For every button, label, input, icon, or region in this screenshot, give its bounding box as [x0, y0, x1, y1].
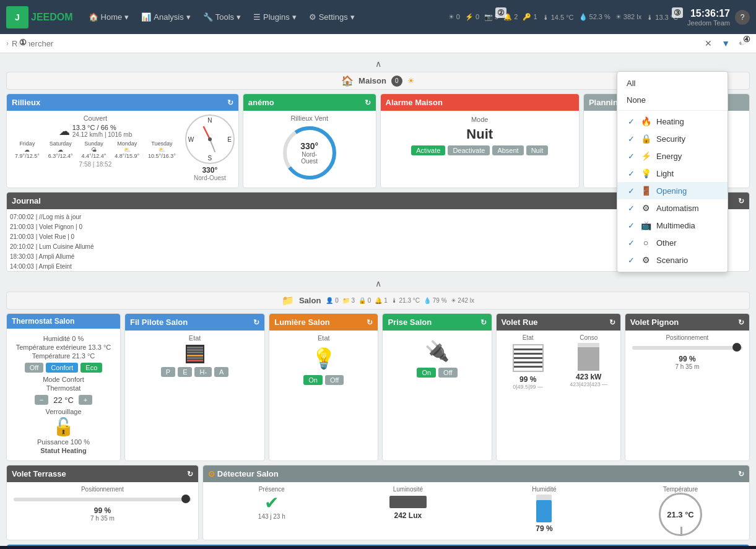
lumiere-body: Etat 💡 On Off: [269, 331, 378, 389]
weather-wind: 24.12 km/h | 1016 mb: [72, 131, 133, 138]
filter-opening[interactable]: ✓ 🚪 Opening: [617, 182, 728, 199]
lumiere-off-button[interactable]: Off: [325, 375, 344, 385]
anemo-refresh-icon[interactable]: ↻: [365, 98, 371, 107]
nuit-button[interactable]: Nuit: [526, 145, 549, 155]
prise-on-button[interactable]: On: [417, 368, 436, 378]
alarme-panel: Alarme Maison Mode Nuit Activate Deactiv…: [380, 93, 580, 188]
status-lux: ☀ 382 lx: [615, 13, 641, 21]
annotation-1: ①: [17, 37, 28, 48]
automatism-check-icon: ✓: [627, 204, 635, 213]
alarme-buttons: Activate Deactivate Absent Nuit: [386, 145, 574, 155]
maison-title: Maison: [358, 76, 386, 85]
filter-scenario[interactable]: ✓ ⚙ Scenario: [617, 251, 728, 269]
activate-button[interactable]: Activate: [411, 145, 445, 155]
compass-arrow: [191, 121, 228, 158]
status-bolt: ⚡ 0: [465, 13, 479, 21]
lumiere-refresh-icon[interactable]: ↻: [367, 318, 373, 327]
lumiere-on-button[interactable]: On: [303, 375, 323, 385]
filter-none[interactable]: None: [617, 92, 728, 108]
opening-icon: 🚪: [640, 186, 651, 196]
filter-energy[interactable]: ✓ ⚡ Energy: [617, 147, 728, 165]
volet-pignon-thumb: [732, 343, 741, 352]
filter-multimedia[interactable]: ✓ 📺 Multimedia: [617, 217, 728, 234]
thermostat-minus-button[interactable]: −: [35, 395, 48, 405]
filter-energy-label: Energy: [656, 152, 682, 161]
absent-button[interactable]: Absent: [492, 145, 523, 155]
thermostat-eco-button[interactable]: Eco: [80, 363, 102, 373]
prise-off-button[interactable]: Off: [438, 368, 457, 378]
security-check-icon: ✓: [627, 134, 635, 144]
meteo-body: Couvert ☁ 13.3 °C / 66 % 24.12 km/h | 10…: [7, 111, 238, 185]
volet-pignon-slider[interactable]: [632, 346, 742, 350]
volet-rue-conso-detail: 423|423|423 —: [561, 381, 617, 387]
volet-rue-visual: [513, 344, 544, 372]
nav-home[interactable]: 🏠 Home ▾: [82, 9, 136, 25]
weather-temp: 13.3 °C / 66 %: [72, 124, 133, 131]
help-button[interactable]: ?: [735, 10, 750, 25]
salon-collapse-toggle[interactable]: ∧: [6, 275, 750, 292]
thermostat-confort-button[interactable]: Confort: [46, 363, 78, 373]
scenario-icon: ⚙: [640, 255, 651, 265]
thermostat-lock-label: Verrouillage: [12, 408, 115, 415]
anemo-header: anémo ↻: [243, 94, 376, 111]
filter-other[interactable]: ✓ ○ Other: [617, 234, 728, 251]
volet-terrasse-pos-label: Positionnement: [11, 486, 194, 493]
filter-light[interactable]: ✓ 💡 Light: [617, 165, 728, 182]
other-check-icon: ✓: [627, 238, 635, 248]
volet-pignon-refresh-icon[interactable]: ↻: [738, 318, 744, 327]
fil-btn-4[interactable]: A: [214, 367, 228, 377]
search-clear-button[interactable]: ✕: [702, 37, 715, 50]
nav-tools[interactable]: 🔧 Tools ▾: [197, 9, 247, 25]
filter-opening-label: Opening: [656, 186, 687, 196]
detecteur-body: Présence ✔ 143 j 23 h Luminosité 242 Lux: [203, 482, 749, 540]
volet-rue-title: Volet Rue: [502, 318, 609, 327]
compass-south: S: [208, 155, 212, 162]
volet-terrasse-time: 7 h 35 m: [11, 515, 194, 522]
filter-button[interactable]: ▼: [718, 37, 733, 50]
filter-automatism[interactable]: ✓ ⚙ Automatism: [617, 199, 728, 217]
thermostat-off-button[interactable]: Off: [25, 363, 43, 373]
prise-refresh-icon[interactable]: ↻: [480, 318, 487, 327]
meteo-refresh-icon[interactable]: ↻: [227, 98, 233, 107]
volet-rue-refresh-icon[interactable]: ↻: [609, 318, 615, 327]
fil-pilote-title: Fil Pilote Salon: [130, 318, 253, 327]
humidity-fill: [536, 500, 552, 522]
volet-terrasse-slider[interactable]: [14, 498, 191, 501]
fil-btn-2[interactable]: E: [178, 367, 192, 377]
thermostat-plus-button[interactable]: +: [79, 395, 92, 405]
salon-icon: 📁: [282, 295, 294, 306]
anemo-gauge: 330° Nord-Ouest: [282, 125, 337, 181]
volet-rue-header: Volet Rue ↻: [497, 314, 620, 331]
meteo-header: Rillieux ↻: [7, 94, 238, 111]
search-input[interactable]: [12, 39, 698, 48]
thermostat-humidity: Humidité 0 %: [12, 335, 115, 342]
filter-heating[interactable]: ✓ 🔥 Heating: [617, 113, 728, 130]
fil-btn-3[interactable]: H-: [194, 367, 212, 377]
deactivate-button[interactable]: Deactivate: [448, 145, 490, 155]
journal-refresh-icon[interactable]: ↻: [738, 197, 744, 205]
volet-terrasse-refresh-icon[interactable]: ↻: [187, 470, 193, 478]
nav-plugins[interactable]: ☰ Plugins ▾: [247, 9, 303, 25]
nav-analysis[interactable]: 📊 Analysis ▾: [135, 9, 196, 25]
filter-heating-label: Heating: [656, 117, 684, 126]
nav-settings[interactable]: ⚙ Settings ▾: [303, 9, 361, 25]
anemo-degrees: 330°: [295, 141, 323, 151]
detecteur-refresh-icon[interactable]: ↻: [738, 470, 744, 478]
filter-security[interactable]: ✓ 🔒 Security: [617, 130, 728, 147]
anemo-body: Rillieux Vent 330° Nord-Ouest: [243, 111, 376, 188]
meteo-title: Rillieux: [12, 98, 227, 107]
maison-collapse-toggle[interactable]: ∧: [6, 56, 750, 72]
fil-pilote-refresh-icon[interactable]: ↻: [253, 318, 259, 327]
conso-fill: [578, 347, 599, 371]
house-icon: 🏠: [341, 75, 354, 87]
detecteur-header: ⊙ Détecteur Salon ↻: [203, 465, 749, 482]
logo-icon: J: [6, 6, 28, 28]
volet-bar-4: [514, 361, 542, 363]
thermostat-status: Statut Heating: [12, 447, 115, 454]
fil-btn-1[interactable]: P: [161, 367, 175, 377]
meteo-info: Couvert ☁ 13.3 °C / 66 % 24.12 km/h | 10…: [11, 115, 180, 181]
volet-pignon-panel: Volet Pignon ↻ Positionnement 99 % 7 h 3…: [625, 313, 750, 461]
filter-automatism-label: Automatism: [656, 204, 699, 213]
brand[interactable]: J JEEDOM: [6, 6, 73, 28]
filter-all[interactable]: All: [617, 75, 728, 92]
